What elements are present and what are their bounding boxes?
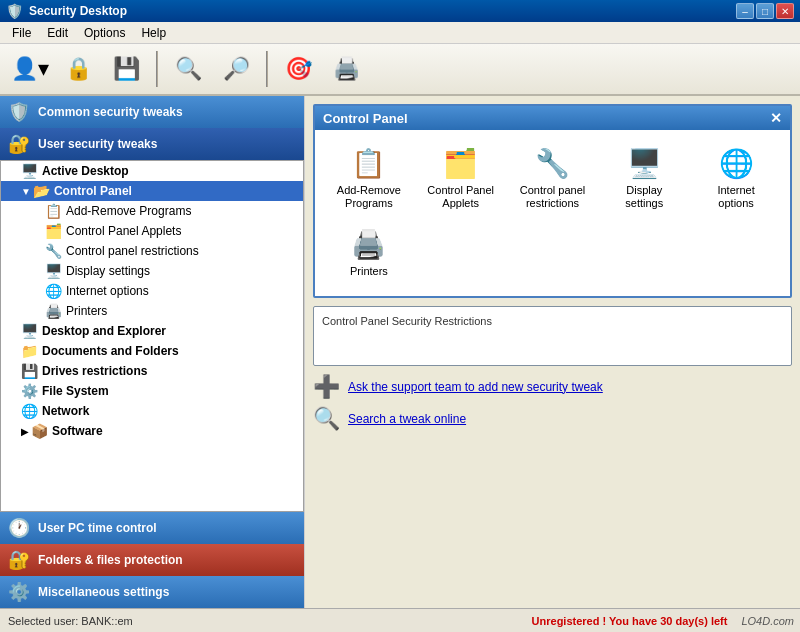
menu-help[interactable]: Help: [133, 24, 174, 42]
user-pc-time-label: User PC time control: [38, 521, 157, 535]
folders-protection-label: Folders & files protection: [38, 553, 183, 567]
filesystem-label: File System: [42, 384, 109, 398]
add-remove-icon: 📋: [45, 203, 62, 219]
network-label: Network: [42, 404, 89, 418]
user-pc-time-header[interactable]: 🕐 User PC time control: [0, 512, 304, 544]
tree-item-network[interactable]: 🌐 Network: [1, 401, 303, 421]
user-icon: 👤▾: [11, 56, 49, 82]
status-user: Selected user: BANK::em: [0, 615, 524, 627]
status-unregistered: Unregistered ! You have 30 day(s) left: [524, 615, 736, 627]
tree-item-internet[interactable]: 🌐 Internet options: [1, 281, 303, 301]
user-tweaks-header[interactable]: 🔐 User security tweaks: [0, 128, 304, 160]
folders-protection-header[interactable]: 🔐 Folders & files protection: [0, 544, 304, 576]
description-box: Control Panel Security Restrictions: [313, 306, 792, 366]
desktop-explorer-label: Desktop and Explorer: [42, 324, 166, 338]
target-button[interactable]: 🎯: [276, 47, 320, 91]
documents-label: Documents and Folders: [42, 344, 179, 358]
cp-applets-label: Control Panel Applets: [66, 224, 181, 238]
lock-button[interactable]: 🔒: [56, 47, 100, 91]
lock-icon: 🔒: [65, 56, 92, 82]
toolbar-separator-1: [156, 51, 158, 87]
print-icon: 🖨️: [333, 56, 360, 82]
status-logo: LO4D.com: [735, 615, 800, 627]
window-controls: – □ ✕: [736, 3, 794, 19]
tree-item-cp-applets[interactable]: 🗂️ Control Panel Applets: [1, 221, 303, 241]
menu-bar: File Edit Options Help: [0, 22, 800, 44]
tree-area[interactable]: 🖥️ Active Desktop ▼ 📂 Control Panel 📋 Ad…: [0, 160, 304, 512]
active-desktop-label: Active Desktop: [42, 164, 129, 178]
target-icon: 🎯: [285, 56, 312, 82]
drives-label: Drives restrictions: [42, 364, 147, 378]
cp-restrict-icon: 🔧: [45, 243, 62, 259]
app-icon: 🛡️: [6, 3, 23, 19]
search-button[interactable]: 🔍: [166, 47, 210, 91]
tree-item-drives[interactable]: 💾 Drives restrictions: [1, 361, 303, 381]
cp-internet-icon: 🌐: [719, 147, 754, 180]
cp-close-button[interactable]: ✕: [770, 110, 782, 126]
drives-icon: 💾: [21, 363, 38, 379]
maximize-button[interactable]: □: [756, 3, 774, 19]
network-icon: 🌐: [21, 403, 38, 419]
cp-item-internet[interactable]: 🌐 Internet options: [694, 142, 778, 215]
desktop-explorer-icon: 🖥️: [21, 323, 38, 339]
menu-file[interactable]: File: [4, 24, 39, 42]
status-bar: Selected user: BANK::em Unregistered ! Y…: [0, 608, 800, 632]
display-label: Display settings: [66, 264, 150, 278]
cp-applets-label: Control Panel Applets: [424, 184, 498, 210]
desc-text: Control Panel Security Restrictions: [322, 315, 492, 327]
cp-header: Control Panel ✕: [315, 106, 790, 130]
add-remove-label: Add-Remove Programs: [66, 204, 191, 218]
misc-settings-header[interactable]: ⚙️ Miscellaneous settings: [0, 576, 304, 608]
tree-item-software[interactable]: ▶ 📦 Software: [1, 421, 303, 441]
print-button[interactable]: 🖨️: [324, 47, 368, 91]
software-expand-icon: ▶: [21, 426, 29, 437]
tree-item-add-remove[interactable]: 📋 Add-Remove Programs: [1, 201, 303, 221]
cp-item-printers[interactable]: 🖨️ Printers: [327, 223, 411, 283]
software-icon: 📦: [31, 423, 48, 439]
main-area: 🛡️ Common security tweaks 🔐 User securit…: [0, 96, 800, 608]
cp-printers-icon: 🖨️: [351, 228, 386, 261]
tree-item-printers[interactable]: 🖨️ Printers: [1, 301, 303, 321]
tree-item-active-desktop[interactable]: 🖥️ Active Desktop: [1, 161, 303, 181]
expand-icon: ▼: [21, 186, 31, 197]
action-search-label: Search a tweak online: [348, 412, 466, 426]
cp-applets-icon: 🗂️: [443, 147, 478, 180]
cp-item-add-remove[interactable]: 📋 Add-Remove Programs: [327, 142, 411, 215]
cp-restrict-label: Control panel restrictions: [66, 244, 199, 258]
internet-icon: 🌐: [45, 283, 62, 299]
folder-lock-icon: 🔐: [8, 549, 30, 571]
cp-item-applets[interactable]: 🗂️ Control Panel Applets: [419, 142, 503, 215]
right-panel: Control Panel ✕ 📋 Add-Remove Programs 🗂️…: [305, 96, 800, 608]
close-button[interactable]: ✕: [776, 3, 794, 19]
minimize-button[interactable]: –: [736, 3, 754, 19]
cp-display-label: Display settings: [607, 184, 681, 210]
common-tweaks-icon: 🛡️: [8, 101, 30, 123]
action-area: ➕ Ask the support team to add new securi…: [313, 374, 792, 432]
cp-item-display[interactable]: 🖥️ Display settings: [602, 142, 686, 215]
common-tweaks-header[interactable]: 🛡️ Common security tweaks: [0, 96, 304, 128]
action-support-label: Ask the support team to add new security…: [348, 380, 603, 394]
save-button[interactable]: 💾: [104, 47, 148, 91]
toolbar-separator-2: [266, 51, 268, 87]
cp-restrictions-label: Control panel restrictions: [516, 184, 590, 210]
tree-item-display[interactable]: 🖥️ Display settings: [1, 261, 303, 281]
action-search[interactable]: 🔍 Search a tweak online: [313, 406, 792, 432]
control-panel-icon: 📂: [33, 183, 50, 199]
user-button[interactable]: 👤▾: [8, 47, 52, 91]
menu-options[interactable]: Options: [76, 24, 133, 42]
cp-internet-label: Internet options: [699, 184, 773, 210]
printers-icon: 🖨️: [45, 303, 62, 319]
cp-applets-icon: 🗂️: [45, 223, 62, 239]
action-support[interactable]: ➕ Ask the support team to add new securi…: [313, 374, 792, 400]
tree-item-desktop-explorer[interactable]: 🖥️ Desktop and Explorer: [1, 321, 303, 341]
tree-item-cp-restrict[interactable]: 🔧 Control panel restrictions: [1, 241, 303, 261]
documents-icon: 📁: [21, 343, 38, 359]
zoom-button[interactable]: 🔎: [214, 47, 258, 91]
menu-edit[interactable]: Edit: [39, 24, 76, 42]
tree-item-documents[interactable]: 📁 Documents and Folders: [1, 341, 303, 361]
cp-item-restrictions[interactable]: 🔧 Control panel restrictions: [511, 142, 595, 215]
tree-item-control-panel[interactable]: ▼ 📂 Control Panel: [1, 181, 303, 201]
control-panel-label: Control Panel: [54, 184, 132, 198]
software-label: Software: [52, 424, 103, 438]
tree-item-filesystem[interactable]: ⚙️ File System: [1, 381, 303, 401]
